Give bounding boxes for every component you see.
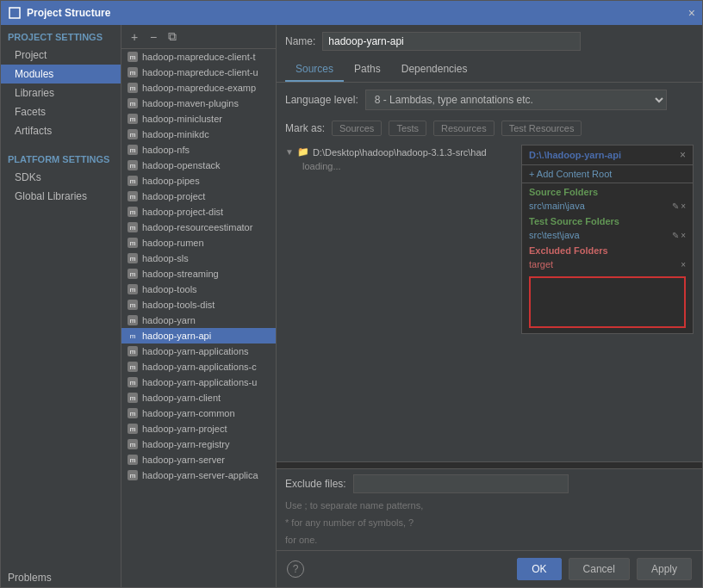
close-icon[interactable]: ×	[688, 6, 695, 20]
popup-close-icon[interactable]: ×	[680, 149, 686, 161]
exclude-files-input[interactable]	[353, 474, 569, 493]
list-item[interactable]: mhadoop-yarn-applications	[121, 344, 276, 359]
sidebar-item-modules[interactable]: Modules	[1, 65, 121, 84]
content-area: Project Settings Project Modules Librari…	[1, 25, 702, 587]
mark-test-resources-button[interactable]: Test Resources	[501, 121, 582, 136]
module-icon-active: m	[127, 330, 139, 342]
list-item[interactable]: mhadoop-streaming	[121, 266, 276, 282]
list-item[interactable]: mhadoop-minicluster	[121, 111, 276, 127]
excluded-folder-empty-box	[529, 276, 686, 328]
remove-module-button[interactable]: −	[146, 29, 161, 45]
list-item[interactable]: mhadoop-yarn-registry	[121, 436, 276, 452]
list-item[interactable]: mhadoop-yarn-server-applica	[121, 467, 276, 483]
mark-as-row: Mark as: Sources Tests Resources Test Re…	[277, 117, 702, 139]
list-item[interactable]: mhadoop-yarn-project	[121, 421, 276, 436]
popup-path: D:\.\hadoop-yarn-api	[529, 150, 621, 160]
sidebar-item-artifacts[interactable]: Artifacts	[1, 121, 121, 140]
list-item[interactable]: mhadoop-mapreduce-examp	[121, 80, 276, 96]
sidebar-item-global-libraries[interactable]: Global Libraries	[1, 187, 121, 206]
tree-root[interactable]: ▼ 📁 D:\Desktop\hadoop\hadoop-3.1.3-src\h…	[285, 145, 513, 159]
tab-paths[interactable]: Paths	[344, 58, 391, 82]
module-icon: m	[127, 469, 139, 481]
module-icon: m	[127, 392, 139, 404]
module-icon: m	[127, 299, 139, 311]
svg-rect-1	[11, 9, 18, 16]
horizontal-scrollbar[interactable]	[277, 461, 702, 468]
mark-sources-button[interactable]: Sources	[332, 121, 382, 136]
list-item[interactable]: mhadoop-yarn-server	[121, 452, 276, 467]
left-panel: Project Settings Project Modules Librari…	[1, 25, 121, 587]
apply-button[interactable]: Apply	[637, 558, 692, 580]
excluded-folder-path: target	[529, 259, 553, 269]
list-item[interactable]: mhadoop-yarn-client	[121, 390, 276, 405]
tree-loading: loading...	[285, 159, 513, 173]
platform-settings-title: Platform Settings	[1, 147, 121, 168]
remove-excluded-folder-button[interactable]: ×	[681, 260, 686, 269]
module-icon: m	[127, 438, 139, 450]
add-content-root-button[interactable]: + Add Content Root	[522, 165, 693, 183]
list-item[interactable]: mhadoop-minikdc	[121, 127, 276, 142]
tab-sources[interactable]: Sources	[285, 58, 344, 82]
module-icon: m	[127, 113, 139, 125]
module-icon: m	[127, 175, 139, 187]
excluded-folder-row: target ×	[522, 257, 693, 271]
module-icon: m	[127, 206, 139, 218]
list-item[interactable]: mhadoop-rumen	[121, 235, 276, 251]
bottom-bar: ? OK Cancel Apply	[277, 550, 702, 587]
module-icon: m	[127, 221, 139, 233]
list-item[interactable]: mhadoop-yarn-common	[121, 405, 276, 421]
source-folders-title: Source Folders	[522, 183, 693, 199]
list-item[interactable]: mhadoop-yarn-applications-u	[121, 374, 276, 390]
popup-header: D:\.\hadoop-yarn-api ×	[522, 145, 693, 165]
exclude-hint-2: * for any number of symbols, ?	[277, 516, 702, 533]
list-item[interactable]: mhadoop-pipes	[121, 173, 276, 189]
sidebar-item-libraries[interactable]: Libraries	[1, 84, 121, 102]
add-module-button[interactable]: +	[127, 29, 142, 45]
list-item[interactable]: mhadoop-project-dist	[121, 204, 276, 220]
list-item[interactable]: mhadoop-tools-dist	[121, 297, 276, 313]
sidebar-item-facets[interactable]: Facets	[1, 102, 121, 121]
remove-source-folder-button[interactable]: ×	[681, 201, 686, 211]
mark-tests-button[interactable]: Tests	[389, 121, 426, 136]
list-item[interactable]: mhadoop-resourceestimator	[121, 220, 276, 235]
right-panel: Name: Sources Paths Dependencies Languag…	[277, 25, 702, 587]
module-icon: m	[127, 144, 139, 156]
module-icon: m	[127, 51, 139, 63]
exclude-files-label: Exclude files:	[285, 478, 346, 490]
list-item[interactable]: mhadoop-mapreduce-client-u	[121, 65, 276, 80]
copy-module-button[interactable]: ⧉	[165, 29, 180, 45]
folder-icon: 📁	[297, 146, 309, 158]
language-level-select[interactable]: 8 - Lambdas, type annotations etc.	[365, 90, 667, 110]
list-item[interactable]: mhadoop-yarn-applications-c	[121, 359, 276, 374]
module-icon: m	[127, 159, 139, 171]
module-toolbar: + − ⧉	[121, 25, 276, 49]
sources-tree[interactable]: ▼ 📁 D:\Desktop\hadoop\hadoop-3.1.3-src\h…	[285, 145, 513, 456]
problems-item[interactable]: Problems	[1, 565, 121, 587]
sidebar-item-sdks[interactable]: SDKs	[1, 168, 121, 187]
cancel-button[interactable]: Cancel	[569, 558, 630, 580]
list-item[interactable]: mhadoop-sls	[121, 251, 276, 266]
help-button[interactable]: ?	[287, 560, 304, 578]
remove-test-folder-button[interactable]: ×	[681, 231, 686, 240]
list-item[interactable]: mhadoop-openstack	[121, 158, 276, 173]
list-item[interactable]: mhadoop-yarn	[121, 313, 276, 328]
ok-button[interactable]: OK	[517, 558, 561, 580]
list-item[interactable]: mhadoop-project	[121, 189, 276, 204]
list-item[interactable]: mhadoop-nfs	[121, 142, 276, 158]
edit-source-folder-button[interactable]: ✎	[672, 201, 679, 211]
name-label: Name:	[285, 35, 315, 47]
name-row: Name:	[277, 25, 702, 58]
module-icon: m	[127, 361, 139, 373]
edit-test-folder-button[interactable]: ✎	[672, 231, 679, 240]
list-item-active[interactable]: mhadoop-yarn-api	[121, 328, 276, 344]
exclude-files-row: Exclude files:	[277, 468, 702, 498]
list-item[interactable]: mhadoop-maven-plugins	[121, 96, 276, 111]
sidebar-item-project[interactable]: Project	[1, 46, 121, 65]
module-icon: m	[127, 454, 139, 466]
module-icon: m	[127, 190, 139, 202]
mark-resources-button[interactable]: Resources	[433, 121, 495, 136]
name-input[interactable]	[322, 32, 581, 51]
list-item[interactable]: mhadoop-mapreduce-client-t	[121, 49, 276, 65]
list-item[interactable]: mhadoop-tools	[121, 282, 276, 297]
tab-dependencies[interactable]: Dependencies	[391, 58, 478, 82]
